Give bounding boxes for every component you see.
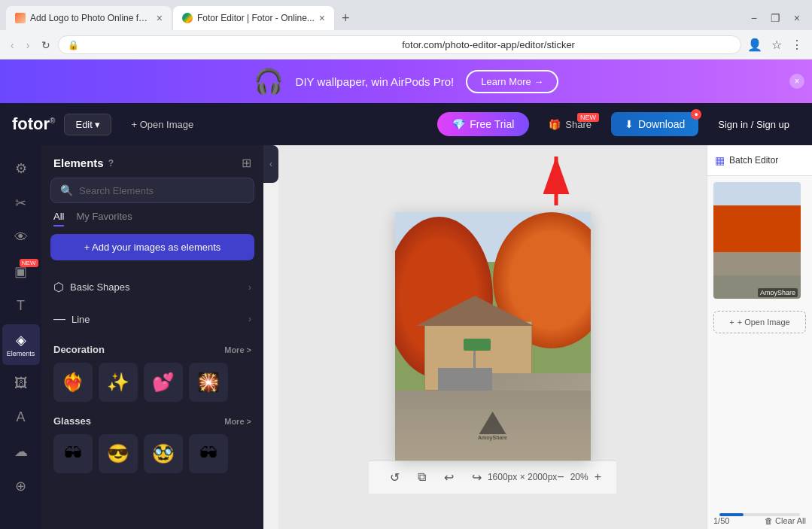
new-tab-button[interactable]: + xyxy=(336,8,356,29)
restore-button[interactable]: ❐ xyxy=(765,9,786,27)
decoration-stickers: ❤️‍🔥 ✨ 💕 🎇 xyxy=(53,363,251,402)
rotate-button[interactable]: ↺ xyxy=(384,467,406,488)
ad-text: DIY wallpaper, win AirPods Pro! xyxy=(296,75,455,88)
fotor-logo: fotor® xyxy=(12,114,55,134)
share-new-badge: NEW xyxy=(577,113,599,122)
search-icon: 🔍 xyxy=(60,184,73,196)
category-line[interactable]: — Line › xyxy=(41,303,263,335)
beauty-icon: A xyxy=(16,409,25,425)
open-image-panel-plus: + xyxy=(729,318,734,327)
sidebar-item-more[interactable]: ⊕ xyxy=(2,470,40,502)
download-badge: ● xyxy=(691,109,701,120)
elements-panel: Elements ? ⊞ 🔍 All My Favorites + Add yo… xyxy=(41,145,263,529)
sidebar-item-frames[interactable]: 🖼 xyxy=(2,368,40,399)
sidebar-item-crop[interactable]: ✂ xyxy=(2,187,40,219)
tab-favicon-2 xyxy=(182,13,193,23)
address-bar[interactable]: 🔒 fotor.com/photo-editor-app/editor/stic… xyxy=(58,35,741,54)
profile-button[interactable]: 👤 xyxy=(744,35,765,55)
page-count: 1/50 🗑 Clear All xyxy=(713,516,806,525)
undo-button[interactable]: ↩ xyxy=(438,467,460,488)
edit-dropdown-button[interactable]: Edit ▾ xyxy=(64,114,111,135)
lock-icon: 🔒 xyxy=(68,40,397,50)
tab-all[interactable]: All xyxy=(53,211,64,226)
sticker-heart-fire[interactable]: ❤️‍🔥 xyxy=(53,363,93,402)
forward-button[interactable]: › xyxy=(22,36,35,54)
decoration-more[interactable]: More > xyxy=(224,345,251,354)
tab-1-title: Add Logo to Photo Online for... xyxy=(30,13,152,23)
open-image-button[interactable]: + Open Image xyxy=(120,114,204,135)
sticker-fashion-glasses[interactable]: 🕶 xyxy=(189,434,228,473)
sticker-sunglasses-1[interactable]: 🕶 xyxy=(53,434,93,473)
nav-controls: ‹ › ↻ 🔒 fotor.com/photo-editor-app/edito… xyxy=(0,30,812,59)
cloud-icon: ☁ xyxy=(14,443,28,460)
toolbar-right: − 20% + xyxy=(557,470,601,484)
zoom-in-button[interactable]: + xyxy=(595,470,601,484)
sticker-sunglasses-2[interactable]: 😎 xyxy=(99,434,138,473)
open-image-panel-button[interactable]: + + Open Image xyxy=(713,311,806,333)
grid-toggle-icon[interactable]: ⊞ xyxy=(242,156,251,170)
redo-button[interactable]: ↪ xyxy=(466,467,488,488)
share-button[interactable]: 🎁 Share NEW xyxy=(538,113,602,136)
close-button[interactable]: × xyxy=(788,9,806,27)
batch-editor-label: Batch Editor xyxy=(729,155,778,166)
canvas-wrapper: AmoyShare xyxy=(395,212,591,461)
frames-icon: 🖼 xyxy=(14,375,28,391)
glasses-more[interactable]: More > xyxy=(224,417,251,426)
tab-1-close[interactable]: × xyxy=(157,12,163,24)
tab-2[interactable]: Fotor Editor | Fotor - Online... × xyxy=(173,6,334,30)
tab-2-close[interactable]: × xyxy=(319,12,325,24)
ad-close-button[interactable]: × xyxy=(789,74,804,89)
batch-editor-button[interactable]: ▦ Batch Editor xyxy=(707,145,812,176)
tab-favicon-1 xyxy=(15,13,26,23)
sidebar-item-beauty[interactable]: A xyxy=(2,402,40,433)
logo-triangle xyxy=(479,412,506,434)
line-label: — Line xyxy=(53,312,90,326)
sidebar-item-effects[interactable]: 👁 xyxy=(2,222,40,253)
minimize-button[interactable]: − xyxy=(745,9,763,27)
tab-1[interactable]: Add Logo to Photo Online for... × xyxy=(6,6,172,30)
right-footer: 1/50 🗑 Clear All ? Help xyxy=(707,507,812,529)
add-images-button[interactable]: + Add your images as elements xyxy=(50,234,254,260)
glasses-section: Glasses More > 🕶 😎 🥸 🕶 xyxy=(41,406,263,478)
sticker-sparkles[interactable]: ✨ xyxy=(99,363,138,402)
ad-banner: 🎧 DIY wallpaper, win AirPods Pro! Learn … xyxy=(0,59,812,103)
panel-collapse-button[interactable]: ‹ xyxy=(263,145,278,183)
panel-header: Elements ? ⊞ xyxy=(41,145,263,178)
canvas-dimensions: 1600px × 2000px xyxy=(488,472,557,482)
sticker-nerd-glasses[interactable]: 🥸 xyxy=(144,434,183,473)
zoom-level: 20% xyxy=(570,472,588,482)
learn-more-button[interactable]: Learn More → xyxy=(466,70,558,93)
signin-button[interactable]: Sign in / Sign up xyxy=(707,113,800,136)
menu-button[interactable]: ⋮ xyxy=(788,35,806,55)
arrow-indicator xyxy=(534,153,579,216)
back-button[interactable]: ‹ xyxy=(6,36,19,54)
category-basic-shapes[interactable]: ⬡ Basic Shapes › xyxy=(41,271,263,303)
elements-label: Elements xyxy=(7,350,35,357)
search-box[interactable]: 🔍 xyxy=(50,178,254,203)
tab-favorites[interactable]: My Favorites xyxy=(76,211,132,226)
refresh-button[interactable]: ↻ xyxy=(37,36,55,54)
zoom-out-button[interactable]: − xyxy=(557,470,564,484)
flip-button[interactable]: ⧉ xyxy=(412,467,432,488)
panel-title-text: Elements xyxy=(53,157,104,169)
thumbnail-area: AmoyShare xyxy=(707,176,812,305)
sidebar-item-text[interactable]: T xyxy=(2,290,40,321)
sidebar-item-elements[interactable]: ◈ Elements xyxy=(2,324,40,365)
truck xyxy=(438,368,493,393)
sticker-hearts[interactable]: 💕 xyxy=(144,363,183,402)
logo-sup: ® xyxy=(50,117,55,125)
tab-2-title: Fotor Editor | Fotor - Online... xyxy=(197,13,315,23)
canvas-area: AmoyShare ↺ ⧉ ↩ ↪ 1600px × 2000px − 20% … xyxy=(278,145,707,529)
download-button[interactable]: ⬇ Download ● xyxy=(611,112,698,136)
free-trial-label: Free Trial xyxy=(470,118,514,130)
sidebar-item-adjustments[interactable]: ⚙ xyxy=(2,153,40,184)
free-trial-button[interactable]: 💎 Free Trial xyxy=(437,112,529,136)
search-input[interactable] xyxy=(79,185,245,196)
sidebar-item-cloud[interactable]: ☁ xyxy=(2,436,40,467)
help-icon[interactable]: ? xyxy=(108,158,114,169)
clear-all-label: Clear All xyxy=(775,516,806,525)
bookmark-button[interactable]: ☆ xyxy=(768,35,785,55)
clear-all-button[interactable]: 🗑 Clear All xyxy=(765,516,806,525)
crop-icon: ✂ xyxy=(15,195,26,211)
sticker-fireworks[interactable]: 🎇 xyxy=(189,363,228,402)
